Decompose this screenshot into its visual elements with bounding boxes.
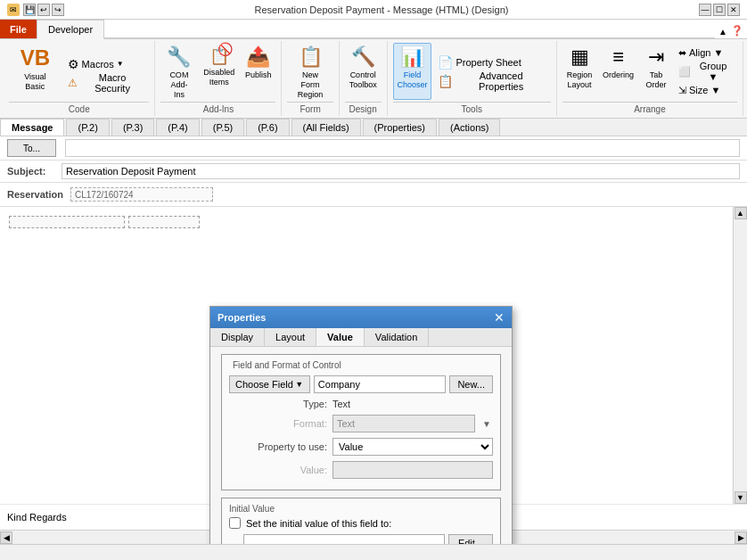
close-btn[interactable]: ✕	[727, 4, 740, 16]
ribbon-group-design: 🔨 ControlToolbox Design	[340, 41, 388, 116]
msg-tab-p4[interactable]: (P.4)	[156, 119, 199, 136]
design-buttons: 🔨 ControlToolbox	[345, 43, 382, 100]
new-field-btn[interactable]: New...	[449, 375, 493, 393]
control-toolbox-btn[interactable]: 🔨 ControlToolbox	[345, 43, 382, 100]
property-select[interactable]: Value	[332, 438, 493, 456]
dialog-overlay: Properties ✕ Display Layout Value Valida…	[0, 136, 747, 544]
ribbon: File Developer ▲ ❓ VB Visual Basic	[0, 20, 747, 119]
advanced-properties-icon: 📋	[438, 74, 453, 88]
initial-value-group: Initial Value Set the initial value of t…	[221, 498, 501, 544]
message-tabs: Message (P.2) (P.3) (P.4) (P.5) (P.6) (A…	[0, 119, 747, 136]
msg-tab-actions[interactable]: (Actions)	[439, 119, 500, 136]
align-label: Align ▼	[689, 47, 723, 58]
set-initial-checkbox[interactable]	[229, 517, 241, 529]
field-value-input[interactable]	[314, 375, 447, 393]
advanced-properties-btn[interactable]: 📋 Advanced Properties	[433, 72, 550, 90]
field-chooser-icon: 📊	[400, 45, 424, 69]
size-btn[interactable]: ⇲ Size ▼	[674, 81, 737, 99]
disabled-items-icon: 📋 🚫	[209, 45, 229, 66]
edit-btn[interactable]: Edit...	[448, 534, 493, 544]
publish-label: Publish	[245, 70, 272, 80]
type-label: Type:	[229, 399, 327, 409]
maximize-btn[interactable]: ☐	[713, 4, 726, 16]
ribbon-content: VB Visual Basic ⚙ Macros ▼ ⚠ Macro Secur…	[0, 39, 747, 118]
msg-tab-message[interactable]: Message	[0, 119, 64, 136]
type-row: Type: Text	[229, 399, 493, 409]
ribbon-tabs: File Developer ▲ ❓	[0, 20, 747, 39]
com-addins-icon: 🔧	[167, 45, 191, 69]
tab-developer[interactable]: Developer	[37, 20, 104, 39]
tab-file[interactable]: File	[0, 20, 37, 38]
dialog-titlebar: Properties ✕	[210, 307, 512, 328]
property-sheet-btn[interactable]: 📄 Property Sheet	[433, 54, 550, 71]
com-addins-label: COMAdd-Ins	[165, 70, 193, 99]
initial-value-input[interactable]	[243, 534, 445, 544]
title-bar: ✉ 💾 ↩ ↪ Reservation Deposit Payment - Me…	[0, 0, 747, 20]
collapse-ribbon-btn[interactable]: ▲	[718, 27, 727, 37]
macros-area: ⚙ Macros ▼ ⚠ Macro Security	[63, 52, 150, 92]
control-toolbox-label: ControlToolbox	[349, 70, 377, 90]
minimize-btn[interactable]: —	[699, 4, 711, 16]
choose-field-btn[interactable]: Choose Field ▼	[229, 375, 310, 393]
form-group-label: Form	[287, 102, 332, 114]
arrange-group-label: Arrange	[562, 102, 737, 114]
help-btn[interactable]: ❓	[731, 25, 743, 37]
dialog-body: Field and Format of Control Choose Field…	[210, 347, 512, 544]
dialog-tab-layout[interactable]: Layout	[265, 328, 316, 346]
quick-access-toolbar: 💾 ↩ ↪	[23, 4, 64, 16]
format-dropdown-btn[interactable]: ▼	[480, 419, 493, 429]
value-label: Value:	[229, 465, 327, 475]
msg-tab-properties[interactable]: (Properties)	[363, 119, 437, 136]
undo-btn[interactable]: ↩	[37, 4, 50, 16]
properties-dialog: Properties ✕ Display Layout Value Valida…	[209, 306, 513, 544]
tab-order-btn[interactable]: ⇥ TabOrder	[640, 43, 672, 100]
new-form-region-btn[interactable]: 📋 New FormRegion	[287, 43, 332, 100]
macro-security-btn[interactable]: ⚠ Macro Security	[63, 74, 150, 92]
choose-field-row: Choose Field ▼ New...	[229, 375, 493, 393]
dialog-tab-validation[interactable]: Validation	[365, 328, 430, 346]
ordering-btn[interactable]: ≡ Ordering	[598, 43, 638, 100]
arrange-buttons: ▦ RegionLayout ≡ Ordering ⇥ TabOrder ⬌	[562, 43, 737, 100]
redo-btn[interactable]: ↪	[52, 4, 64, 16]
initial-value-legend: Initial Value	[229, 504, 493, 514]
advanced-properties-label: Advanced Properties	[456, 70, 546, 92]
choose-field-label: Choose Field	[235, 379, 293, 390]
msg-tab-p2[interactable]: (P.2)	[66, 119, 109, 136]
macros-label: Macros	[82, 59, 114, 70]
save-btn[interactable]: 💾	[23, 4, 36, 16]
publish-btn[interactable]: 📤 Publish	[241, 43, 275, 100]
edit-row: Edit...	[229, 534, 493, 544]
window-controls: — ☐ ✕	[699, 4, 740, 16]
field-chooser-btn[interactable]: 📊 FieldChooser	[393, 43, 432, 100]
addins-buttons: 🔧 COMAdd-Ins 📋 🚫 DisabledItems 📤 Publish	[160, 43, 275, 100]
macro-security-icon: ⚠	[68, 77, 78, 89]
ribbon-group-addins: 🔧 COMAdd-Ins 📋 🚫 DisabledItems 📤 Publish	[155, 41, 282, 116]
visual-basic-btn[interactable]: VB Visual Basic	[9, 43, 62, 100]
value-input[interactable]	[332, 461, 493, 479]
msg-tab-p3[interactable]: (P.3)	[111, 119, 154, 136]
group-label: Group ▼	[694, 61, 733, 82]
app-window: ✉ 💾 ↩ ↪ Reservation Deposit Payment - Me…	[0, 0, 747, 560]
new-form-region-icon: 📋	[299, 45, 323, 69]
window-title: Reservation Deposit Payment - Message (H…	[64, 4, 699, 15]
choose-field-dropdown-icon: ▼	[295, 380, 304, 389]
com-addins-btn[interactable]: 🔧 COMAdd-Ins	[160, 43, 197, 100]
dialog-close-btn[interactable]: ✕	[494, 310, 505, 325]
msg-tab-p6[interactable]: (P.6)	[246, 119, 289, 136]
code-buttons: VB Visual Basic ⚙ Macros ▼ ⚠ Macro Secur…	[9, 43, 149, 100]
msg-tab-p5[interactable]: (P.5)	[201, 119, 244, 136]
dialog-tab-display[interactable]: Display	[210, 328, 265, 346]
addins-group-label: Add-Ins	[160, 102, 275, 114]
macros-btn[interactable]: ⚙ Macros ▼	[63, 55, 150, 73]
disabled-items-btn[interactable]: 📋 🚫 DisabledItems	[199, 43, 239, 100]
app-icon: ✉	[7, 4, 20, 16]
property-sheet-icon: 📄	[438, 55, 453, 70]
field-format-legend: Field and Format of Control	[229, 360, 493, 370]
msg-tab-all-fields[interactable]: (All Fields)	[291, 119, 361, 136]
size-icon: ⇲	[678, 85, 686, 96]
format-input[interactable]	[332, 415, 475, 432]
group-btn[interactable]: ⬜ Group ▼	[674, 62, 737, 80]
region-layout-btn[interactable]: ▦ RegionLayout	[562, 43, 596, 100]
dialog-tab-value[interactable]: Value	[316, 328, 365, 346]
align-btn[interactable]: ⬌ Align ▼	[674, 44, 737, 62]
